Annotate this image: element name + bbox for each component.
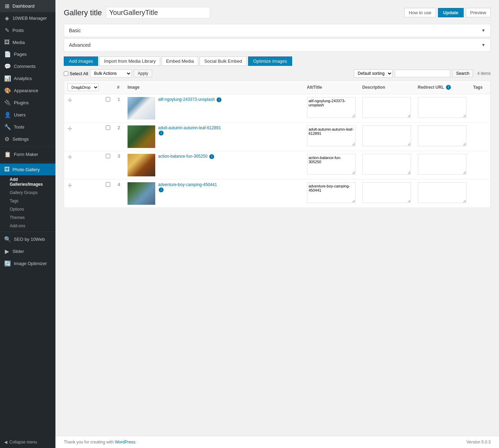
row-checkbox-2[interactable] (106, 125, 110, 130)
image-name-link-3[interactable]: action-balance-fun-305250 (158, 154, 208, 159)
row-checkbox-1[interactable] (106, 97, 110, 102)
sidebar-item-label: Analytics (14, 76, 32, 81)
description-textarea-1[interactable] (362, 97, 411, 118)
description-textarea-4[interactable] (362, 182, 411, 203)
redirect-url-textarea-2[interactable] (418, 125, 466, 146)
alt-title-textarea-1[interactable]: alif-ngoylung-243373-unsplash (307, 97, 356, 118)
page-footer: Thank you for creating with WordPress. V… (55, 436, 499, 448)
sidebar-item-seo[interactable]: 🔍 SEO by 10Web (0, 233, 55, 245)
sidebar-item-pages[interactable]: 📄 Pages (0, 48, 55, 60)
sidebar-collapse-button[interactable]: ◀ Collapse menu (0, 436, 55, 448)
alt-title-textarea-4[interactable]: adventure-boy-camping-450441 (307, 182, 356, 203)
sidebar-item-analytics[interactable]: 📊 Analytics (0, 72, 55, 85)
image-name-link-2[interactable]: adult-autumn-autumn-leaf-612891 (158, 125, 221, 130)
row-checkbox-4[interactable] (106, 182, 110, 187)
sidebar-item-users[interactable]: 👤 Users (0, 109, 55, 121)
sidebar-item-media[interactable]: 🖼 Media (0, 36, 55, 48)
sidebar-item-image-optimizer[interactable]: 🔄 Image Optimizer (0, 257, 55, 270)
collapse-icon: ◀ (4, 440, 7, 445)
sidebar-item-label: Appearance (14, 88, 38, 93)
sidebar-item-label: Users (14, 112, 26, 117)
search-button[interactable]: Search (452, 70, 473, 77)
sidebar-item-label: Pages (14, 52, 27, 57)
apply-button[interactable]: Apply (134, 70, 152, 77)
page-content-area: Gallery title How to use Update Preview … (55, 0, 499, 436)
import-media-button[interactable]: Import from Media Library (99, 56, 160, 66)
sidebar-sub-options[interactable]: Options (0, 205, 55, 213)
alt-title-textarea-2[interactable]: adult-autumn-autumn-leaf-612891 (307, 125, 356, 146)
sidebar-sub-themes[interactable]: Themes (0, 213, 55, 222)
social-bulk-embed-button[interactable]: Social Bulk Embed (200, 56, 246, 66)
sidebar-item-settings[interactable]: ⚙ Settings (0, 133, 55, 145)
drag-handle-4[interactable]: ✛ (68, 183, 72, 188)
add-images-button[interactable]: Add Images (64, 56, 98, 66)
sidebar-item-label: Plugins (14, 100, 29, 105)
description-textarea-3[interactable] (362, 154, 411, 175)
optimize-images-button[interactable]: Optimize Images (248, 56, 292, 66)
redirect-url-info-icon[interactable]: i (446, 85, 451, 90)
sidebar-item-plugins[interactable]: 🔌 Plugins (0, 97, 55, 109)
footer-wordpress-link[interactable]: WordPress. (115, 440, 136, 445)
advanced-accordion-arrow: ▼ (481, 43, 485, 47)
sidebar-item-form-maker[interactable]: 📋 Form Maker (0, 148, 55, 160)
posts-icon: ✎ (4, 27, 10, 34)
gallery-title-input[interactable] (106, 7, 210, 18)
sidebar-sub-tags[interactable]: Tags (0, 197, 55, 205)
sidebar-sub-gallery-groups[interactable]: Gallery Groups (0, 188, 55, 197)
sidebar-item-appearance[interactable]: 🎨 Appearance (0, 85, 55, 97)
sort-select[interactable]: Default sorting Name ASC Name DESC (354, 69, 393, 78)
sidebar-sub-label: Tags (10, 199, 18, 203)
search-input[interactable] (395, 70, 450, 77)
th-drag: Drag&Drop (64, 81, 103, 94)
drag-handle-2[interactable]: ✛ (68, 126, 72, 132)
table-row: ✛ 4 adventure-boy-camping-450441 i (64, 179, 491, 208)
description-textarea-2[interactable] (362, 125, 411, 146)
sidebar: ⊞ Dashboard ◈ 10WEB Manager ✎ Posts 🖼 Me… (0, 0, 55, 448)
gallery-title-label: Gallery title (64, 8, 102, 17)
image-name-link-1[interactable]: alif-ngoylung-243373-unsplash (158, 97, 215, 102)
sidebar-item-comments[interactable]: 💬 Comments (0, 60, 55, 72)
preview-button[interactable]: Preview (466, 8, 491, 17)
sidebar-item-photo-gallery[interactable]: 🖼 Photo Gallery (0, 164, 55, 175)
tags-cell-4 (470, 179, 491, 208)
drag-handle-1[interactable]: ✛ (68, 97, 72, 103)
drag-cell-1: ✛ (64, 94, 103, 123)
how-to-use-button[interactable]: How to use (404, 8, 436, 17)
image-name-link-4[interactable]: adventure-boy-camping-450441 (158, 182, 217, 187)
sidebar-item-dashboard[interactable]: ⊞ Dashboard (0, 0, 55, 12)
alt-title-cell-2: adult-autumn-autumn-leaf-612891 (304, 123, 359, 151)
embed-media-button[interactable]: Embed Media (161, 56, 198, 66)
basic-accordion-label: Basic (69, 28, 81, 33)
select-all-checkbox[interactable] (64, 71, 68, 76)
sidebar-item-10web-manager[interactable]: ◈ 10WEB Manager (0, 12, 55, 24)
sidebar-item-posts[interactable]: ✎ Posts (0, 24, 55, 36)
image-info-icon-2[interactable]: i (159, 131, 164, 135)
image-info-icon-3[interactable]: i (209, 154, 214, 159)
image-info-icon-1[interactable]: i (217, 97, 221, 102)
redirect-url-textarea-1[interactable] (418, 97, 466, 118)
appearance-icon: 🎨 (4, 87, 11, 94)
sidebar-sub-add-galleries[interactable]: Add Galleries/Images (0, 175, 55, 188)
drag-drop-select[interactable]: Drag&Drop (68, 84, 99, 91)
sidebar-sub-addons[interactable]: Add-ons (0, 222, 55, 230)
alt-title-textarea-3[interactable]: action-balance-fun-305250 (307, 154, 356, 175)
redirect-url-textarea-4[interactable] (418, 182, 466, 203)
sidebar-item-tools[interactable]: 🔧 Tools (0, 121, 55, 133)
advanced-accordion-header[interactable]: Advanced ▼ (64, 39, 490, 51)
th-check (102, 81, 114, 94)
select-all-container: Select All (64, 71, 88, 76)
sidebar-item-label: Image Optimizer (14, 261, 47, 266)
bulk-actions-select[interactable]: Bulk Actions Delete (90, 69, 132, 78)
row-checkbox-3[interactable] (106, 154, 110, 158)
seo-icon: 🔍 (4, 236, 11, 243)
update-button[interactable]: Update (438, 8, 464, 17)
image-info-icon-4[interactable]: i (159, 187, 164, 192)
sidebar-item-slider[interactable]: ▶ Slider (0, 245, 55, 257)
redirect-url-textarea-3[interactable] (418, 154, 466, 175)
basic-accordion-header[interactable]: Basic ▼ (64, 24, 490, 37)
comments-icon: 💬 (4, 63, 11, 70)
check-cell-4 (102, 179, 114, 208)
drag-handle-3[interactable]: ✛ (68, 154, 72, 160)
redirect-url-cell-3 (414, 151, 470, 179)
plugins-icon: 🔌 (4, 99, 11, 106)
